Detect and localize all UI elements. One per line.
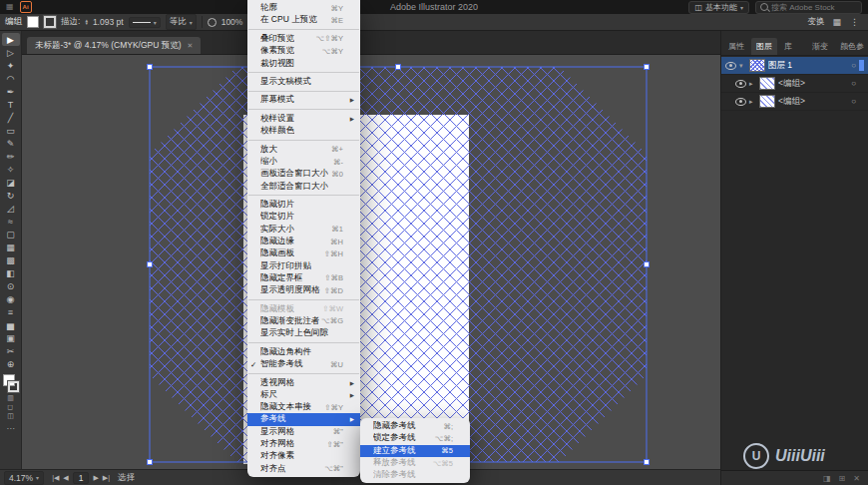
align-icon[interactable]: ▦: [831, 18, 842, 27]
panel-tab[interactable]: 属性: [723, 38, 749, 55]
menu-item[interactable]: 清除参考线: [360, 469, 470, 481]
menu-item[interactable]: 放大 ⌘+: [247, 144, 360, 156]
tool-scale[interactable]: ◿: [2, 202, 20, 215]
menu-item[interactable]: 隐藏定界框 ⇧⌘B: [247, 272, 360, 284]
menu-item[interactable]: 轮廓 ⌘Y: [247, 2, 360, 14]
menu-item[interactable]: 隐藏渐变批注者 ⌥⌘G: [247, 315, 360, 327]
stroke-color-swatch[interactable]: [44, 16, 56, 28]
menu-item[interactable]: 隐藏边角构件: [247, 346, 360, 358]
stepper-down-icon[interactable]: ▾: [85, 22, 88, 26]
menu-item[interactable]: 对齐网格 ⇧⌘": [247, 438, 360, 450]
tool-blend[interactable]: ◉: [2, 292, 20, 305]
panel-tab[interactable]: 图层: [751, 38, 777, 55]
eye-icon[interactable]: [735, 98, 746, 106]
tool-mesh[interactable]: ▩: [2, 253, 20, 266]
tool-type[interactable]: T: [2, 98, 20, 111]
tool-pen[interactable]: ✒: [2, 85, 20, 98]
stroke-stepper[interactable]: ▴ ▾: [85, 19, 88, 26]
stroke-swatch[interactable]: [8, 381, 19, 392]
new-layer-icon[interactable]: ⊞: [839, 474, 846, 483]
chevron-icon[interactable]: ▸: [749, 80, 756, 88]
menu-item[interactable]: 叠印预览 ⌥⇧⌘Y: [247, 33, 360, 45]
menu-item[interactable]: 显示打印拼贴: [247, 259, 360, 271]
tool-eraser[interactable]: ◪: [2, 176, 20, 189]
edit-toolbar-icon[interactable]: ⋯: [7, 424, 15, 433]
eye-icon[interactable]: [735, 80, 746, 88]
tool-zoom[interactable]: ⊕: [2, 357, 20, 370]
menu-item[interactable]: 像素预览 ⌥⌘Y: [247, 45, 360, 57]
tool-width[interactable]: ≈: [2, 215, 20, 228]
menu-item[interactable]: 屏幕模式 ▶: [247, 94, 360, 106]
menu-item[interactable]: 透视网格 ▶: [247, 376, 360, 388]
zoom-dropdown[interactable]: 4.17% ▾: [4, 471, 44, 485]
width-profile-dropdown[interactable]: 等比 ▾: [166, 14, 197, 30]
fill-color-swatch[interactable]: [27, 16, 39, 28]
transform-label[interactable]: 变换: [807, 16, 824, 28]
more-options-icon[interactable]: ⋮: [849, 18, 860, 27]
tool-shaper[interactable]: ✧: [2, 163, 20, 176]
tool-column-graph[interactable]: ▅: [2, 318, 20, 331]
chevron-icon[interactable]: ▾: [739, 62, 746, 70]
eye-icon[interactable]: [725, 62, 736, 70]
tool-pencil[interactable]: ✏: [2, 150, 20, 163]
menu-item[interactable]: 显示网格 ⌘": [247, 426, 360, 438]
menu-item[interactable]: 隐藏画板 ⇧⌘H: [247, 247, 360, 259]
menu-item[interactable]: 建立参考线 ⌘5: [360, 445, 470, 457]
opacity-value[interactable]: 100%: [221, 17, 243, 27]
menu-item[interactable]: 对齐像素: [247, 450, 360, 462]
tool-selection[interactable]: ▶: [2, 33, 20, 46]
menu-item[interactable]: 标尺 ▶: [247, 389, 360, 401]
panel-tab[interactable]: 颜色参: [835, 38, 868, 55]
document-tab[interactable]: 未标题-3* @ 4.17% (CMYK/GPU 预览) ✕: [27, 37, 201, 54]
menu-item[interactable]: 隐藏参考线 ⌘;: [360, 420, 470, 432]
tool-magic-wand[interactable]: ✦: [2, 59, 20, 72]
artboard-number[interactable]: 1: [73, 472, 90, 484]
menu-item[interactable]: 实际大小 ⌘1: [247, 224, 360, 236]
panel-tab[interactable]: 库: [779, 38, 797, 55]
layer-row[interactable]: ▾ 图层 1 ○: [721, 57, 868, 75]
tool-direct-selection[interactable]: ▷: [2, 46, 20, 59]
menu-item[interactable]: 释放参考线 ⌥⌘5: [360, 457, 470, 469]
tool-rectangle[interactable]: ▭: [2, 124, 20, 137]
last-artboard-icon[interactable]: ▶|: [103, 474, 110, 482]
stock-search[interactable]: [755, 1, 862, 14]
first-artboard-icon[interactable]: |◀: [52, 474, 59, 482]
draw-mode-icon[interactable]: ▥: [7, 394, 14, 403]
menu-item[interactable]: 对齐点 ⌥⌘": [247, 462, 360, 474]
next-artboard-icon[interactable]: ▶: [93, 474, 98, 482]
menu-item[interactable]: 裁切视图: [247, 57, 360, 69]
menu-item[interactable]: 显示透明度网格 ⇧⌘D: [247, 284, 360, 296]
layer-row[interactable]: ▸ <编组> ○: [721, 93, 868, 111]
menu-item[interactable]: 显示文稿模式: [247, 76, 360, 88]
menu-item[interactable]: 校样设置 ▶: [247, 113, 360, 125]
tool-eyedropper[interactable]: ⊙: [2, 279, 20, 292]
target-circle-icon[interactable]: ○: [851, 97, 856, 106]
menu-item[interactable]: ✓ 智能参考线 ⌘U: [247, 358, 360, 370]
target-circle-icon[interactable]: ○: [851, 61, 856, 70]
draw-mode-icon[interactable]: ◻: [7, 403, 14, 412]
menu-item[interactable]: 参考线 ▶: [247, 413, 360, 425]
menu-item[interactable]: 锁定切片: [247, 211, 360, 223]
tool-rotate[interactable]: ↻: [2, 189, 20, 202]
prev-artboard-icon[interactable]: ◀: [63, 474, 68, 482]
workspace-switcher[interactable]: ◫ 基本功能 ▾: [688, 1, 749, 14]
menu-item[interactable]: 隐藏切片: [247, 199, 360, 211]
make-mask-icon[interactable]: ◨: [823, 474, 831, 483]
tool-gradient[interactable]: ◧: [2, 266, 20, 279]
tool-free-transform[interactable]: ▢: [2, 228, 20, 241]
tool-slice[interactable]: ✂: [2, 344, 20, 357]
fill-stroke-control[interactable]: [2, 374, 20, 394]
tool-lasso[interactable]: ◠: [2, 72, 20, 85]
stroke-style-dropdown[interactable]: ▾: [129, 17, 161, 28]
menu-item[interactable]: 显示实时上色间隙: [247, 327, 360, 339]
tool-perspective-grid[interactable]: ▦: [2, 241, 20, 253]
tool-paintbrush[interactable]: ✎: [2, 137, 20, 150]
canvas[interactable]: [22, 55, 720, 469]
layer-row[interactable]: ▸ <编组> ○: [721, 75, 868, 93]
stock-search-input[interactable]: [771, 3, 857, 12]
menu-item[interactable]: 全部适合窗口大小: [247, 181, 360, 193]
chevron-icon[interactable]: ▸: [749, 98, 756, 106]
menu-item[interactable]: 锁定参考线 ⌥⌘;: [360, 432, 470, 444]
panel-tab[interactable]: 渐变: [807, 38, 833, 55]
tool-line-segment[interactable]: ╱: [2, 111, 20, 124]
